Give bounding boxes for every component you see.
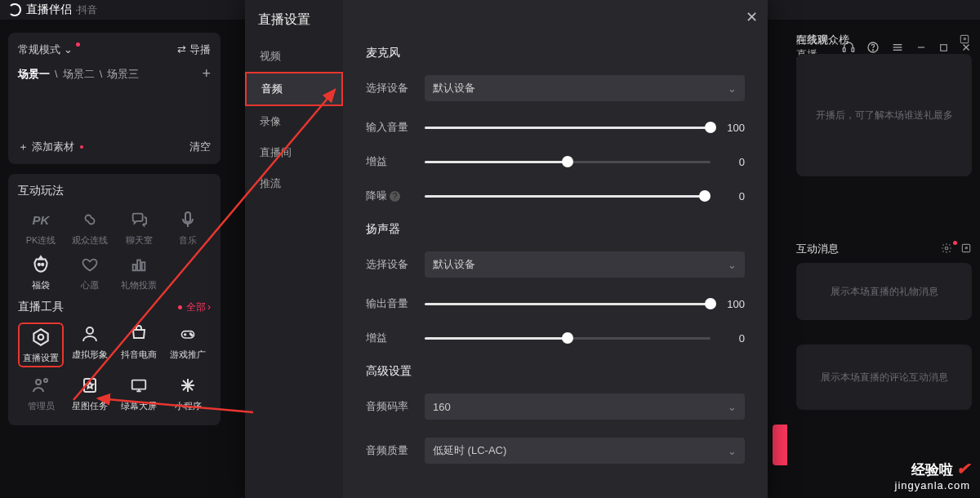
- spk-device-label: 选择设备: [366, 257, 413, 272]
- game-promo-button[interactable]: 游戏推广: [165, 322, 211, 367]
- app-subtitle: ·抖音: [75, 3, 97, 17]
- svg-rect-16: [137, 260, 140, 271]
- msg-gift-box: 展示本场直播的礼物消息: [796, 263, 972, 320]
- in-volume-value: 100: [722, 122, 745, 134]
- rank-box: 开播后，可了解本场谁送礼最多: [796, 54, 972, 176]
- svg-point-26: [36, 380, 41, 385]
- spk-gain-label: 增益: [366, 331, 413, 345]
- audience-link-button[interactable]: 观众连线: [67, 208, 113, 247]
- miniprogram-button[interactable]: 小程序: [165, 374, 211, 412]
- scene-panel: 常规模式 ⌄ ⇄ 导播 场景一 \ 场景二 \ 场景三 + ＋ 添加素材 清空: [8, 33, 220, 164]
- virtual-avatar-button[interactable]: 虚拟形象: [67, 322, 113, 367]
- clear-button[interactable]: 清空: [189, 140, 211, 154]
- bitrate-select[interactable]: 160⌄: [425, 394, 745, 420]
- music-button[interactable]: 音乐: [165, 208, 211, 247]
- msg-popout-icon[interactable]: [960, 244, 972, 256]
- svg-point-14: [42, 264, 43, 265]
- out-volume-value: 100: [722, 298, 745, 310]
- in-volume-slider[interactable]: [425, 119, 710, 136]
- director-button[interactable]: ⇄ 导播: [177, 42, 211, 57]
- mic-header: 麦克风: [366, 46, 745, 60]
- greenscreen-button[interactable]: 绿幕大屏: [116, 374, 162, 412]
- out-volume-label: 输出音量: [366, 296, 413, 311]
- bitrate-label: 音频码率: [366, 399, 413, 414]
- live-settings-button[interactable]: 直播设置: [21, 326, 60, 364]
- spk-gain-slider[interactable]: [425, 330, 710, 346]
- mic-device-label: 选择设备: [366, 81, 413, 96]
- tab-push[interactable]: 推流: [245, 168, 343, 199]
- svg-point-25: [191, 335, 193, 336]
- mic-gain-label: 增益: [366, 154, 413, 169]
- settings-modal: 直播设置 ✕ 视频 音频 录像 直播间 推流 麦克风 选择设备 默认设备⌄ 输入…: [245, 0, 768, 498]
- ecommerce-button[interactable]: 抖音电商: [116, 322, 162, 367]
- side-action-button[interactable]: [773, 425, 787, 465]
- mic-gain-slider[interactable]: [425, 153, 710, 170]
- modal-close-button[interactable]: ✕: [746, 8, 758, 26]
- speaker-header: 扬声器: [366, 222, 745, 237]
- svg-rect-15: [133, 265, 136, 270]
- modal-title: 直播设置: [258, 11, 310, 29]
- mic-device-select[interactable]: 默认设备⌄: [425, 75, 745, 101]
- tab-record[interactable]: 录像: [245, 106, 343, 137]
- scene-tab-3[interactable]: 场景三: [107, 67, 139, 82]
- watermark: 经验啦✔ jingyanla.com: [895, 459, 971, 491]
- wish-button[interactable]: 心愿: [67, 253, 113, 291]
- svg-rect-17: [142, 262, 145, 270]
- quality-select[interactable]: 低延时 (LC-AC)⌄: [425, 438, 745, 464]
- noise-slider[interactable]: [425, 188, 710, 204]
- advanced-header: 高级设置: [366, 364, 745, 379]
- all-tools-button[interactable]: 全部 ›: [178, 300, 211, 314]
- tools-title: 直播工具: [18, 300, 64, 314]
- svg-rect-11: [185, 212, 190, 222]
- giftvote-button[interactable]: 礼物投票: [116, 253, 162, 291]
- svg-point-20: [87, 327, 93, 334]
- noise-value: 0: [722, 190, 745, 202]
- noise-label: 降噪?: [366, 189, 413, 203]
- svg-marker-31: [87, 382, 93, 389]
- tab-video[interactable]: 视频: [245, 41, 343, 72]
- rank-title: 在线观众榜: [796, 33, 849, 47]
- svg-point-40: [946, 247, 949, 250]
- svg-point-27: [44, 379, 47, 382]
- scene-tab-2[interactable]: 场景二: [63, 67, 95, 82]
- mic-gain-value: 0: [722, 156, 745, 168]
- app-title: 直播伴侣: [26, 2, 72, 17]
- mode-selector[interactable]: 常规模式 ⌄: [18, 42, 80, 57]
- pk-button[interactable]: PKPK连线: [18, 208, 64, 247]
- chatroom-button[interactable]: 聊天室: [116, 208, 162, 247]
- msg-gear-icon[interactable]: [941, 244, 952, 256]
- popout-icon[interactable]: [959, 33, 972, 47]
- svg-rect-32: [132, 380, 146, 389]
- in-volume-label: 输入音量: [366, 120, 413, 135]
- luckybag-button[interactable]: 福袋: [18, 253, 64, 291]
- msg-comment-box: 展示本场直播的评论互动消息: [796, 345, 972, 410]
- svg-point-19: [38, 335, 44, 340]
- add-scene-button[interactable]: +: [202, 65, 211, 82]
- star-task-button[interactable]: 星图任务: [67, 374, 113, 412]
- spk-device-select[interactable]: 默认设备⌄: [425, 251, 745, 278]
- quality-label: 音频质量: [366, 443, 413, 458]
- tab-room[interactable]: 直播间: [245, 137, 343, 168]
- tab-audio[interactable]: 音频: [245, 72, 343, 106]
- svg-point-13: [38, 264, 40, 265]
- interact-title: 互动玩法: [18, 184, 211, 198]
- app-logo: [8, 3, 21, 16]
- msg-title: 互动消息: [796, 242, 839, 256]
- add-material-button[interactable]: ＋ 添加素材: [18, 140, 83, 154]
- svg-marker-18: [33, 329, 47, 345]
- interact-panel: 互动玩法 PKPK连线 观众连线 聊天室 音乐 福袋 心愿 礼物投票 直播工具 …: [8, 174, 220, 425]
- scene-tab-1[interactable]: 场景一: [18, 67, 50, 82]
- spk-gain-value: 0: [722, 332, 745, 345]
- admin-button[interactable]: 管理员: [18, 374, 64, 412]
- out-volume-slider[interactable]: [425, 296, 710, 312]
